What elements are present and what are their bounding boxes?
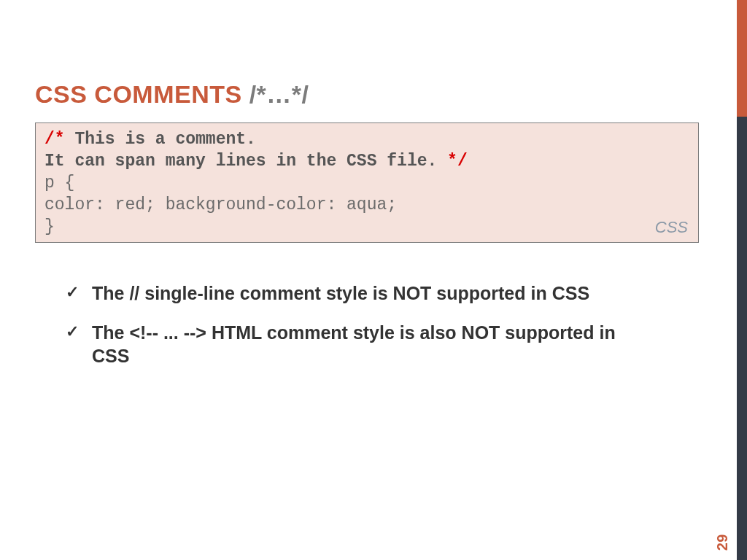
bullet-text: The // single-line comment style is NOT … <box>92 281 657 305</box>
code-language-label: CSS <box>655 217 688 238</box>
bullet-list: ✓ The // single-line comment style is NO… <box>66 281 657 384</box>
comment-text-1: This is a comment. <box>65 130 256 149</box>
slide-title: CSS COMMENTS /*…*/ <box>35 80 309 109</box>
code-line-3: p { <box>44 173 689 195</box>
code-line-4: color: red; background-color: aqua; <box>44 195 689 217</box>
bullet-text: The <!-- ... --> HTML comment style is a… <box>92 321 657 368</box>
checkmark-icon: ✓ <box>66 321 79 343</box>
slide: CSS COMMENTS /*…*/ /* This is a comment.… <box>0 0 747 560</box>
code-line-2: It can span many lines in the CSS file. … <box>44 151 689 173</box>
comment-close-delim: */ <box>447 152 468 171</box>
code-line-1: /* This is a comment. <box>44 129 689 151</box>
title-suffix: /*…*/ <box>249 80 309 108</box>
code-box: /* This is a comment. It can span many l… <box>35 122 699 243</box>
code-line-5: } <box>44 217 689 238</box>
comment-open-delim: /* <box>44 130 65 149</box>
checkmark-icon: ✓ <box>66 281 79 304</box>
sidebar-accent-top <box>737 0 747 117</box>
sidebar-accent-bottom <box>737 117 747 560</box>
title-main: CSS COMMENTS <box>35 80 249 108</box>
page-number: 29 <box>714 534 731 551</box>
list-item: ✓ The <!-- ... --> HTML comment style is… <box>66 321 657 368</box>
comment-text-2: It can span many lines in the CSS file. <box>44 152 447 171</box>
list-item: ✓ The // single-line comment style is NO… <box>66 281 657 305</box>
